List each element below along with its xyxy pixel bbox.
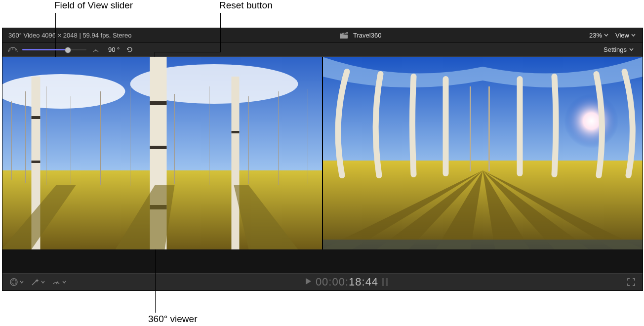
view-label: View (615, 32, 629, 39)
svg-rect-24 (150, 101, 167, 105)
svg-line-48 (15, 283, 16, 284)
viewer-area (2, 57, 643, 249)
fullscreen-button[interactable] (627, 278, 636, 286)
settings-label: Settings (604, 46, 627, 53)
callouts-top: Field of View slider Reset button (0, 0, 644, 28)
fov-value[interactable]: 90 ° (108, 46, 120, 53)
enhance-menu[interactable] (31, 278, 45, 286)
svg-line-47 (12, 280, 13, 281)
slider-thumb[interactable] (65, 47, 71, 53)
svg-rect-22 (32, 161, 40, 163)
svg-rect-0 (340, 35, 348, 39)
callout-360-label: 360° viewer (148, 314, 197, 325)
transport-bar: 00:00:18:44 (2, 273, 643, 290)
chevron-down-icon (604, 34, 608, 37)
fov-wide-icon (7, 46, 18, 53)
fov-narrow-icon (90, 46, 101, 53)
callout-reset-hline (155, 52, 221, 52)
callout-reset-label: Reset button (219, 0, 273, 11)
svg-rect-21 (32, 116, 40, 119)
svg-rect-25 (150, 146, 167, 149)
media-info: 360° Video 4096 × 2048 | 59.94 fps, Ster… (2, 32, 131, 39)
svg-line-3 (15, 49, 16, 51)
app-window: 360° Video 4096 × 2048 | 59.94 fps, Ster… (2, 28, 643, 291)
svg-point-33 (564, 94, 619, 148)
project-title: Travel360 (353, 32, 381, 39)
letterbox-bar (2, 249, 643, 273)
timecode-prefix: 00:00: (316, 276, 349, 288)
chevron-down-icon (631, 34, 636, 37)
timecode-display[interactable]: 00:00:18:44 (316, 276, 378, 288)
header-bar: 360° Video 4096 × 2048 | 59.94 fps, Ster… (2, 28, 643, 42)
clapperboard-icon (339, 32, 348, 39)
viewer-360[interactable] (2, 57, 322, 249)
svg-rect-27 (232, 77, 240, 249)
fov-slider[interactable] (22, 46, 86, 53)
svg-rect-41 (323, 240, 643, 249)
callout-360-line (155, 249, 156, 313)
svg-line-1 (9, 49, 10, 51)
svg-line-49 (15, 280, 16, 281)
zoom-value: 23% (589, 32, 602, 39)
view-dropdown[interactable]: View (615, 32, 636, 39)
effects-menu[interactable] (9, 278, 24, 286)
svg-point-6 (2, 74, 125, 109)
callouts-bottom: 360° viewer (0, 291, 644, 326)
callout-fov-label: Field of View slider (54, 0, 133, 11)
viewer-toolbar: 90 ° Settings (2, 42, 643, 57)
chevron-down-icon (629, 48, 634, 51)
viewer-equirect[interactable] (322, 57, 643, 249)
header-center: Travel360 (131, 32, 589, 39)
reset-button[interactable] (124, 44, 134, 54)
zoom-dropdown[interactable]: 23% (589, 32, 608, 39)
play-icon[interactable] (305, 278, 312, 286)
svg-line-50 (12, 283, 13, 284)
timecode-field-marks (382, 278, 388, 286)
callout-reset-vline (220, 13, 221, 52)
svg-rect-28 (232, 131, 240, 133)
retime-menu[interactable] (52, 278, 66, 286)
settings-dropdown[interactable]: Settings (604, 46, 643, 53)
timecode-main: 18:44 (349, 276, 378, 288)
